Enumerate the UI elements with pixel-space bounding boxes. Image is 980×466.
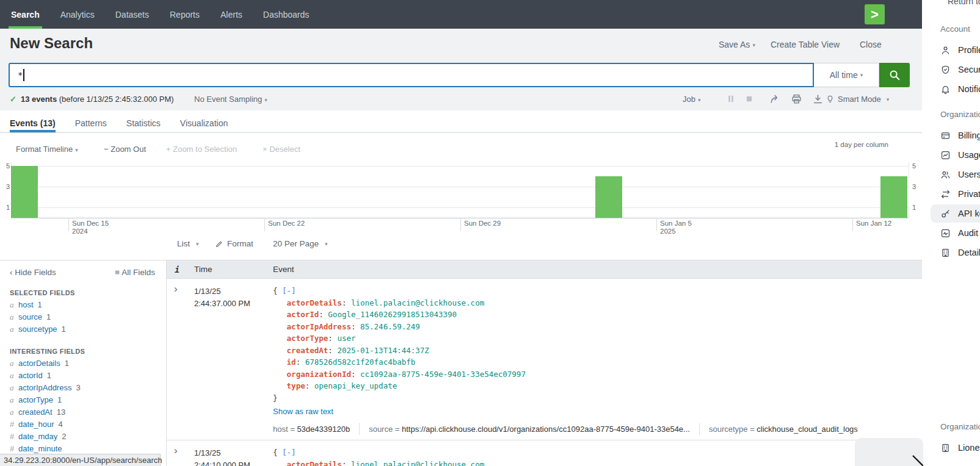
events-table: i Time Event ›1/13/252:44:37.000 PM{ [-]… [167, 260, 922, 466]
close-button[interactable]: Close [860, 40, 882, 49]
hide-fields-button[interactable]: ‹ Hide Fields [10, 268, 56, 277]
nav-item-alerts[interactable]: Alerts [220, 0, 242, 29]
json-open-line: { [-] [273, 446, 922, 459]
job-dropdown[interactable]: Job▾ [683, 95, 701, 104]
field-row-actoripaddress: aactorIpAddress3 [10, 384, 166, 392]
field-link-source[interactable]: source [18, 312, 42, 321]
field-type-prefix: # [10, 420, 18, 428]
sidebar-item-details[interactable]: Details [940, 245, 980, 260]
json-collapse-link[interactable]: [-] [282, 448, 296, 457]
x-axis-label-line: Sun Dec 22 [268, 220, 305, 228]
field-row-source: asource1 [10, 313, 166, 321]
field-count: 1 [65, 359, 69, 368]
timeline-bar[interactable] [595, 176, 622, 218]
json-value[interactable]: cc1092aa-8775-459e-9401-33e54ec07997 [360, 370, 526, 379]
tab-statistics[interactable]: Statistics [126, 113, 161, 132]
format-timeline-dropdown[interactable]: Format Timeline▾ [16, 145, 78, 154]
json-value[interactable]: lionel.palacin@clickhouse.com [351, 298, 484, 307]
timeline-bar[interactable] [880, 176, 907, 218]
json-value[interactable]: Google_114602629918513043390 [328, 310, 457, 319]
sidebar-item-lionel[interactable]: Lionel [940, 440, 980, 455]
meta-label: source = [369, 425, 402, 434]
zoom-out-button[interactable]: − Zoom Out [104, 145, 146, 154]
search-input[interactable]: * [9, 63, 814, 87]
return-to-link[interactable]: Return to [948, 0, 980, 6]
events-timeline-chart: 553311Sun Dec 152024Sun Dec 22Sun Dec 29… [0, 156, 922, 235]
json-value[interactable]: 2025-01-13T14:44:37Z [337, 346, 429, 355]
nav-item-datasets[interactable]: Datasets [115, 0, 149, 29]
search-mode-dropdown[interactable]: Smart Mode▾ [826, 95, 889, 104]
sidebar-item-label: Usage [958, 150, 980, 160]
all-fields-button[interactable]: ≡ All Fields [115, 268, 155, 277]
show-raw-text-link[interactable]: Show as raw text [273, 406, 922, 418]
tab-patterns[interactable]: Patterns [75, 113, 107, 132]
json-value[interactable]: openapi_key_update [314, 381, 397, 390]
json-value[interactable]: user [337, 334, 355, 343]
json-key: type [287, 381, 305, 390]
tab-visualization[interactable]: Visualization [180, 113, 228, 132]
per-page-dropdown[interactable]: 20 Per Page▾ [273, 239, 328, 248]
time-range-picker[interactable]: All time▾ [814, 63, 879, 87]
sidebar-item-usage[interactable]: Usage [940, 148, 980, 162]
json-value[interactable]: lionel.palacin@clickhouse.com [351, 460, 484, 466]
meta-value[interactable]: 53de4339120b [297, 425, 350, 434]
nav-item-analytics[interactable]: Analytics [60, 0, 95, 29]
field-link-date-minute[interactable]: date_minute [18, 444, 62, 453]
events-table-header: i Time Event [167, 260, 922, 279]
nav-items: SearchAnalyticsDatasetsReportsAlertsDash… [11, 0, 309, 29]
save-as-button[interactable]: Save As▾ [719, 40, 755, 49]
print-icon[interactable] [791, 93, 803, 106]
json-key: actorIpAddress [287, 322, 351, 331]
selected-fields-title: SELECTED FIELDS [10, 289, 166, 296]
format-dropdown[interactable]: Format [215, 239, 253, 248]
text-caret [23, 69, 24, 81]
bell-icon [940, 84, 951, 95]
field-link-date-mday[interactable]: date_mday [18, 432, 57, 441]
field-row-createdat: acreatedAt13 [10, 408, 166, 416]
field-link-host[interactable]: host [18, 300, 34, 309]
event-expand-toggle[interactable]: › [174, 284, 178, 295]
x-axis-label-year: 2024 [72, 228, 109, 235]
meta-value[interactable]: clickhouse_cloud_audit_logs [757, 425, 858, 434]
splunk-logo[interactable]: > [865, 4, 885, 24]
field-link-sourcetype[interactable]: sourcetype [18, 324, 57, 334]
sidebar-section-account: Account [940, 24, 970, 34]
export-icon[interactable] [812, 93, 824, 106]
nav-item-dashboards[interactable]: Dashboards [263, 0, 310, 29]
event-sampling-dropdown[interactable]: No Event Sampling▾ [194, 95, 267, 104]
meta-value[interactable]: https://api.clickhouse.cloud/v1/organiza… [402, 425, 690, 434]
sidebar-item-label: Notifications [958, 84, 980, 94]
sidebar-item-audit[interactable]: Audit [940, 226, 978, 240]
sidebar-item-api-keys[interactable]: API keys [940, 206, 980, 221]
timeline-bar[interactable] [11, 166, 38, 218]
nav-item-search[interactable]: Search [11, 0, 40, 29]
json-collapse-link[interactable]: [-] [282, 286, 296, 295]
field-link-actoripaddress[interactable]: actorIpAddress [18, 383, 71, 392]
sidebar-item-notifications[interactable]: Notifications [940, 82, 980, 96]
list-view-dropdown[interactable]: List▾ [177, 239, 199, 248]
sidebar-item-profile[interactable]: Profile [940, 43, 980, 57]
x-axis-label-year: 2025 [660, 228, 692, 235]
search-button[interactable] [879, 63, 910, 87]
json-key: id [287, 357, 296, 367]
field-link-actortype[interactable]: actorType [18, 395, 53, 404]
field-link-createdat[interactable]: createdAt [18, 407, 53, 417]
field-link-date-hour[interactable]: date_hour [18, 420, 54, 429]
sidebar-item-users[interactable]: Users [940, 167, 980, 182]
json-value[interactable]: 85.246.59.249 [360, 322, 420, 331]
timeline-controls: Format Timeline▾ − Zoom Out + Zoom to Se… [0, 143, 922, 156]
share-icon[interactable] [769, 93, 782, 106]
sidebar-item-billing[interactable]: Billing [940, 128, 980, 143]
sidebar-item-security[interactable]: Security [940, 62, 980, 77]
col-header-info: i [175, 265, 180, 274]
sidebar-item-private-endpoints[interactable]: Private endpoints [940, 187, 980, 201]
create-table-view-button[interactable]: Create Table View [771, 40, 840, 49]
event-expand-toggle[interactable]: › [174, 445, 178, 456]
json-value[interactable]: 678526d582c1f20fac4babfb [305, 357, 416, 367]
json-field-line: type: openapi_key_update [273, 380, 922, 392]
field-link-actorid[interactable]: actorId [18, 371, 43, 380]
tab-events-13[interactable]: Events (13) [10, 113, 56, 132]
field-link-actordetails[interactable]: actorDetails [18, 359, 60, 368]
nav-item-reports[interactable]: Reports [170, 0, 200, 29]
field-count: 1 [62, 324, 66, 334]
